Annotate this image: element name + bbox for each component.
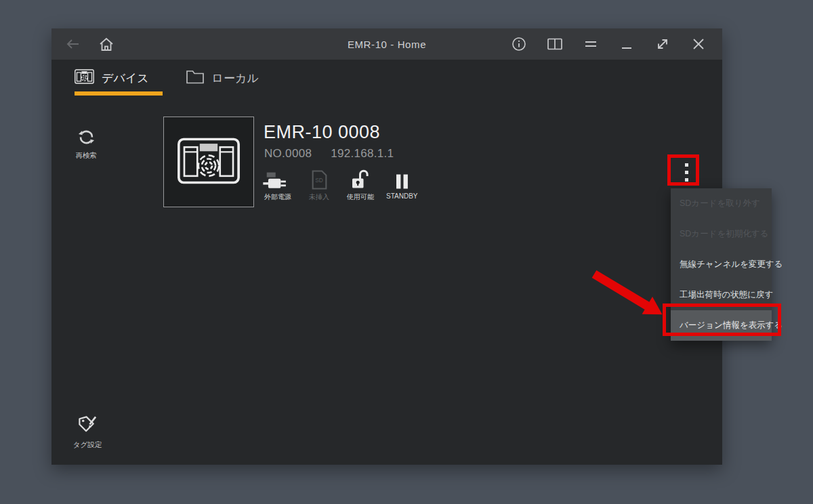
tag-settings-button[interactable]: タグ設定 [68, 415, 106, 450]
refresh-label: 再検索 [68, 151, 104, 161]
status-usable: 使用可能 [345, 168, 376, 202]
close-button[interactable] [691, 37, 706, 51]
resize-button[interactable] [655, 37, 670, 51]
refresh-icon [78, 136, 95, 148]
annotation-box-version-item [663, 303, 781, 336]
device-icon [75, 69, 94, 87]
power-plug-icon [263, 168, 293, 190]
tab-local[interactable]: ローカル [186, 68, 259, 88]
menu-item-format-sd: SDカードを初期化する [671, 219, 772, 249]
sd-card-icon: SD [311, 168, 328, 190]
active-tab-underline [75, 91, 163, 96]
status-label: 未挿入 [309, 192, 329, 202]
menu-item-change-wireless-channel[interactable]: 無線チャンネルを変更する [671, 249, 772, 280]
tab-bar: デバイス ローカル [75, 68, 259, 88]
device-illustration-icon [177, 138, 241, 187]
pause-icon [395, 168, 409, 190]
svg-text:SD: SD [315, 177, 323, 184]
folder-icon [186, 70, 205, 87]
manual-button[interactable] [547, 37, 562, 51]
minimize-icon [620, 37, 633, 51]
minimize-button[interactable] [619, 37, 634, 51]
device-number: NO.0008 [264, 147, 312, 161]
device-ip: 192.168.1.1 [331, 147, 394, 161]
refresh-button[interactable]: 再検索 [68, 129, 104, 161]
home-button[interactable] [99, 37, 114, 51]
device-name: EMR-10 0008 [264, 122, 380, 143]
menu-button[interactable] [583, 37, 598, 51]
tab-device-label: デバイス [102, 70, 149, 86]
device-status-row: 外部電源 SD 未挿入 使用可能 STANDBY [262, 168, 418, 202]
status-external-power: 外部電源 [262, 168, 293, 202]
unlock-icon [351, 168, 370, 190]
info-button[interactable] [512, 37, 526, 51]
device-subinfo: NO.0008 192.168.1.1 [264, 147, 394, 161]
menu-item-remove-sd: SDカードを取り外す [671, 188, 772, 219]
tab-device[interactable]: デバイス [75, 68, 149, 88]
titlebar: EMR-10 - Home [51, 28, 722, 60]
tag-settings-label: タグ設定 [68, 440, 106, 450]
back-arrow-icon [65, 37, 80, 51]
close-icon [691, 37, 706, 51]
home-icon [99, 37, 114, 51]
info-icon [512, 37, 526, 51]
annotation-box-kebab [667, 154, 699, 186]
hamburger-icon [584, 37, 598, 51]
book-icon [547, 37, 563, 51]
resize-icon [655, 37, 670, 51]
tag-pencil-icon [77, 426, 98, 438]
status-label: 外部電源 [264, 192, 291, 202]
back-button[interactable] [65, 37, 80, 51]
app-window: EMR-10 - Home [51, 28, 722, 465]
status-label: 使用可能 [347, 192, 374, 202]
status-standby: STANDBY [386, 168, 418, 202]
status-label: STANDBY [386, 192, 418, 200]
status-sd-card: SD 未挿入 [304, 168, 335, 202]
tab-local-label: ローカル [212, 70, 259, 86]
device-thumbnail[interactable] [163, 117, 254, 207]
